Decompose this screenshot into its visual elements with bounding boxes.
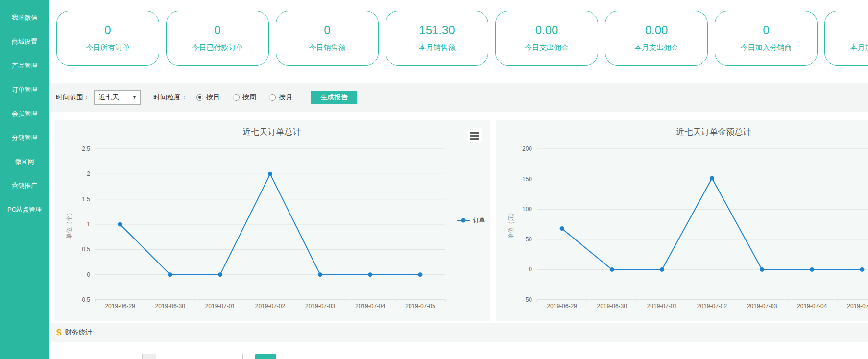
series-line xyxy=(562,178,862,269)
stat-cards-row: 0今日所有订单0今日已付款订单0今日销售额151.30本月销售额0.00今日支出… xyxy=(56,11,868,66)
y-tick-label: 1 xyxy=(87,221,90,228)
generate-report-button[interactable]: 生成报告 xyxy=(311,91,357,104)
data-point xyxy=(268,172,272,176)
radio-label: 按日 xyxy=(206,93,220,102)
y-tick-label: 200 xyxy=(522,145,532,152)
radio-label: 按月 xyxy=(279,93,292,102)
x-tick-label: 2019-07-01 xyxy=(647,303,677,310)
sidebar-item-4[interactable]: 订单管理 xyxy=(0,77,49,101)
stat-label: 今日已付款订单 xyxy=(192,43,243,52)
y-tick-label: 0 xyxy=(87,271,90,278)
stat-card-5: 0.00今日支出佣金 xyxy=(495,11,598,66)
finance-section-title: 财务统计 xyxy=(65,328,93,337)
x-tick-label: 2019-07-04 xyxy=(797,303,827,310)
finance-search-button[interactable] xyxy=(255,354,276,359)
y-axis-label: 单位（元） xyxy=(507,210,514,239)
sidebar-nav: 我的微信商城设置产品管理订单管理会员管理分销管理微官网营销推广PC站点管理 xyxy=(0,0,49,221)
stat-label: 今日加入分销商 xyxy=(741,43,792,52)
x-tick-label: 2019-06-29 xyxy=(547,303,577,310)
y-tick-label: 0 xyxy=(529,266,532,273)
stat-value: 0.00 xyxy=(645,24,668,37)
sidebar-item-7[interactable]: 微官网 xyxy=(0,149,49,173)
x-tick-label: 2019-07-05 xyxy=(405,303,435,310)
radio-option-2[interactable]: 按周 xyxy=(233,93,256,102)
time-range-selected-value: 近七天 xyxy=(98,93,119,102)
time-range-select[interactable]: 近七天 ▼ xyxy=(94,90,141,105)
radio-option-3[interactable]: 按月 xyxy=(269,93,292,102)
sidebar-item-2[interactable]: 商城设置 xyxy=(0,29,49,53)
finance-section-header: $ 财务统计 xyxy=(49,323,868,342)
data-point xyxy=(318,272,322,277)
dollar-icon: $ xyxy=(56,327,62,338)
data-point xyxy=(810,267,814,272)
stat-card-3: 0今日销售额 xyxy=(276,11,379,66)
y-tick-label: 1.5 xyxy=(82,196,90,203)
data-point xyxy=(118,222,122,227)
x-tick-label: 2019-07-05 xyxy=(847,303,868,310)
radio-icon[interactable] xyxy=(233,94,240,101)
stat-label: 今日销售额 xyxy=(309,43,346,52)
y-axis-label: 单位（个） xyxy=(66,210,72,239)
legend-label: 订单 xyxy=(473,217,485,224)
chart-title: 近七天订单金额总计 xyxy=(676,127,751,137)
order-amount-chart-panel: 近七天订单金额总计200150100500-502019-06-292019-0… xyxy=(496,120,868,321)
stat-card-6: 0.00本月支出佣金 xyxy=(605,11,708,66)
input-addon xyxy=(142,354,156,359)
y-tick-label: -50 xyxy=(524,296,532,303)
x-tick-label: 2019-07-01 xyxy=(205,303,236,310)
stat-card-1: 0今日所有订单 xyxy=(56,11,159,66)
y-tick-label: 50 xyxy=(526,236,532,243)
sidebar-item-8[interactable]: 营销推广 xyxy=(0,173,49,197)
radio-icon[interactable] xyxy=(269,94,276,101)
x-tick-label: 2019-07-03 xyxy=(747,303,777,310)
sidebar: 我的微信商城设置产品管理订单管理会员管理分销管理微官网营销推广PC站点管理 xyxy=(0,0,49,359)
stat-label: 本月销售额 xyxy=(419,43,456,52)
chevron-down-icon: ▼ xyxy=(132,95,137,100)
data-point xyxy=(860,267,864,272)
sidebar-item-3[interactable]: 产品管理 xyxy=(0,53,49,77)
time-range-label: 时间范围： xyxy=(56,93,90,102)
x-tick-label: 2019-06-30 xyxy=(597,303,627,310)
chart-title: 近七天订单总计 xyxy=(243,127,301,137)
x-tick-label: 2019-07-02 xyxy=(697,303,727,310)
radio-option-1[interactable]: 按日 xyxy=(196,93,220,102)
stat-label: 今日支出佣金 xyxy=(525,43,569,52)
stat-value: 151.30 xyxy=(419,24,455,37)
data-point xyxy=(560,226,564,231)
sidebar-item-5[interactable]: 会员管理 xyxy=(0,101,49,125)
stat-card-7: 0今日加入分销商 xyxy=(715,11,818,66)
data-point xyxy=(368,272,372,277)
sidebar-item-6[interactable]: 分销管理 xyxy=(0,125,49,149)
x-tick-label: 2019-06-29 xyxy=(105,303,135,310)
legend-item[interactable]: 订单 xyxy=(457,217,485,224)
finance-search-input[interactable] xyxy=(156,354,243,359)
stat-label: 本月支出佣金 xyxy=(634,43,678,52)
data-point xyxy=(710,176,714,180)
granularity-label: 时间粒度： xyxy=(153,93,188,102)
chart-menu-icon[interactable] xyxy=(467,128,482,143)
y-tick-label: -0.5 xyxy=(80,296,90,303)
data-point xyxy=(168,272,172,277)
x-tick-label: 2019-07-03 xyxy=(305,303,336,310)
x-tick-label: 2019-07-02 xyxy=(255,303,286,310)
stat-card-4: 151.30本月销售额 xyxy=(386,11,488,66)
y-tick-label: 100 xyxy=(522,206,532,213)
stat-value: 0 xyxy=(104,24,111,37)
stat-card-8: 0本月加入分销商 xyxy=(824,11,868,66)
orders-chart-panel: 近七天订单总计2.521.510.50-0.52019-06-292019-06… xyxy=(54,120,490,321)
stat-label: 今日所有订单 xyxy=(86,43,130,52)
stat-value: 0 xyxy=(324,24,330,37)
y-tick-label: 2 xyxy=(87,170,90,177)
finance-search-group xyxy=(142,354,243,359)
data-point xyxy=(610,267,614,272)
order-amount-line-chart: 近七天订单金额总计200150100500-502019-06-292019-0… xyxy=(496,120,868,323)
stat-value: 0 xyxy=(763,24,769,37)
stat-value: 0.00 xyxy=(535,24,558,37)
x-tick-label: 2019-07-04 xyxy=(355,303,386,310)
sidebar-item-1[interactable]: 我的微信 xyxy=(0,5,49,29)
radio-selected-icon[interactable] xyxy=(196,94,203,101)
data-point xyxy=(418,272,422,277)
sidebar-item-9[interactable]: PC站点管理 xyxy=(0,197,49,221)
y-tick-label: 2.5 xyxy=(82,145,90,152)
orders-line-chart: 近七天订单总计2.521.510.50-0.52019-06-292019-06… xyxy=(54,120,490,323)
